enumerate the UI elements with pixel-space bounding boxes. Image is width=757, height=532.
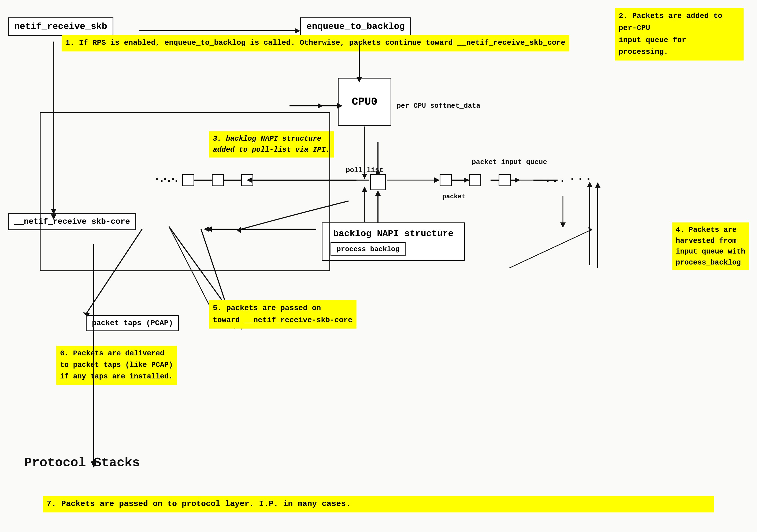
box-netif-receive-skb: netif_receive_skb (8, 17, 113, 36)
svg-marker-32 (237, 226, 241, 233)
svg-text:···: ··· (158, 174, 180, 188)
label-packet: packet (442, 193, 465, 200)
label-protocol-stacks: Protocol Stacks (24, 456, 140, 470)
svg-marker-51 (434, 177, 439, 183)
queue-item-2 (212, 174, 224, 186)
svg-line-37 (509, 230, 590, 268)
highlight-passed-on: 5. packets are passed ontoward __netif_r… (209, 300, 356, 329)
box-cpu0: CPU0 (338, 78, 391, 126)
box-backlog-napi: backlog NAPI structure process_backlog (322, 222, 465, 261)
diagram-container: ··· ··· netif_receive_skb enqueue_to_bac… (0, 0, 757, 532)
highlight-per-cpu: 2. Packets are added to per-CPUinput que… (615, 8, 743, 60)
svg-line-63 (86, 229, 142, 314)
svg-marker-7 (318, 103, 323, 108)
highlight-backlog-napi: 3. backlog NAPI structureadded to poll-l… (209, 131, 334, 157)
highlight-packet-taps: 6. Packets are deliveredto packet taps (… (56, 346, 177, 385)
box-enqueue-to-backlog: enqueue_to_backlog (300, 17, 411, 36)
svg-marker-56 (587, 182, 592, 187)
svg-marker-17 (515, 177, 520, 183)
queue-item-3 (241, 174, 253, 186)
svg-text:···: ··· (153, 171, 177, 187)
label-poll-list: poll_list (346, 166, 383, 174)
highlight-rps: 1. If RPS is enabled, enqueue_to_backlog… (62, 35, 569, 51)
svg-marker-29 (206, 226, 212, 232)
queue-item-r2 (469, 174, 481, 186)
queue-item-1 (182, 174, 194, 186)
svg-marker-13 (375, 190, 381, 196)
svg-marker-53 (464, 177, 469, 183)
svg-marker-60 (204, 226, 209, 232)
svg-marker-20 (560, 222, 565, 228)
svg-marker-58 (362, 187, 367, 192)
box-packet-taps: packet taps (PCAP) (86, 315, 179, 331)
svg-marker-47 (362, 174, 367, 179)
svg-text:···: ··· (544, 174, 566, 188)
label-softnet: per CPU softnet_data (397, 102, 480, 110)
svg-marker-1 (295, 28, 300, 34)
label-packet-input-queue: packet input queue (472, 158, 547, 166)
highlight-harvest: 4. Packets areharvested frominput queue … (672, 222, 749, 270)
queue-item-center (370, 174, 386, 190)
box-process-backlog: process_backlog (330, 242, 406, 256)
queue-item-r1 (439, 174, 452, 186)
svg-text:···: ··· (568, 171, 592, 187)
queue-item-r3 (499, 174, 511, 186)
svg-marker-36 (595, 182, 600, 188)
highlight-protocol-layer: 7. Packets are passed on to protocol lay… (43, 496, 714, 512)
box-netif-receive-core: __netif_receive skb-core (8, 213, 136, 230)
svg-marker-38 (589, 227, 592, 232)
